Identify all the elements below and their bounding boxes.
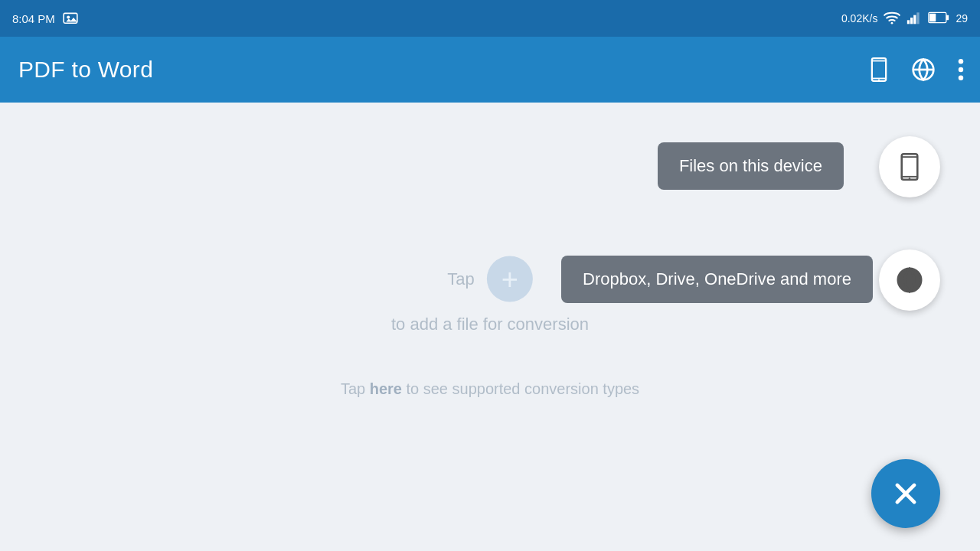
fab-device-icon (896, 153, 923, 181)
svg-point-18 (959, 76, 963, 80)
fab-cloud-button[interactable] (879, 249, 940, 311)
tooltip-device: Files on this device (658, 142, 844, 190)
svg-rect-8 (946, 15, 949, 20)
svg-point-13 (878, 80, 880, 81)
add-file-label: to add a file for conversion (391, 315, 589, 334)
svg-point-16 (959, 59, 963, 64)
tap-row: Tap + (447, 256, 532, 302)
center-instructions: Tap + to add a file for conversion Tap h… (341, 256, 639, 398)
tap-here-row: Tap here to see supported conversion typ… (341, 380, 639, 398)
plus-icon: + (501, 265, 518, 294)
device-icon[interactable] (868, 57, 890, 82)
battery-icon (928, 11, 949, 26)
svg-point-1 (67, 15, 70, 18)
image-icon (63, 11, 78, 26)
svg-point-2 (891, 21, 893, 24)
svg-point-17 (959, 67, 963, 72)
fab-cloud-icon (896, 266, 923, 294)
fab-device-button[interactable] (879, 136, 940, 197)
svg-rect-19 (902, 154, 918, 179)
svg-rect-10 (872, 58, 886, 81)
fab-close-button[interactable] (871, 459, 940, 528)
app-title: PDF to Word (18, 57, 153, 83)
main-content: Tap + to add a file for conversion Tap h… (0, 103, 980, 551)
tap-here-link[interactable]: here (370, 380, 402, 397)
signal-icon (906, 11, 922, 27)
more-options-icon[interactable] (957, 58, 965, 81)
globe-icon[interactable] (911, 57, 936, 82)
svg-rect-3 (907, 20, 910, 24)
status-left: 8:04 PM (12, 11, 78, 26)
svg-rect-4 (910, 18, 913, 24)
svg-point-22 (909, 178, 911, 180)
svg-rect-5 (914, 15, 916, 24)
svg-rect-9 (929, 13, 936, 21)
tap-here-suffix: to see supported conversion types (402, 380, 639, 397)
tap-here-prefix: Tap (341, 380, 370, 397)
svg-rect-6 (917, 12, 920, 24)
app-bar-actions (868, 57, 965, 82)
status-bar: 8:04 PM 0.02K/s (0, 0, 980, 37)
close-icon (891, 479, 920, 508)
add-file-button[interactable]: + (487, 256, 533, 302)
tap-label: Tap (447, 269, 474, 289)
app-bar: PDF to Word (0, 37, 980, 103)
status-right: 0.02K/s 29 (841, 11, 968, 27)
battery-level: 29 (956, 12, 968, 24)
data-speed: 0.02K/s (841, 12, 877, 24)
time-label: 8:04 PM (12, 12, 55, 25)
wifi-icon (884, 11, 900, 27)
